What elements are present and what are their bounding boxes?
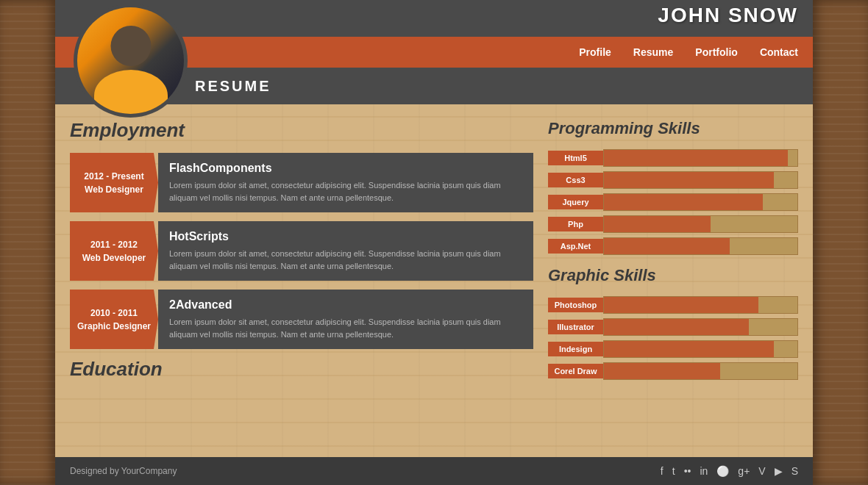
employment-item: 2012 - Present Web Designer FlashCompone… <box>70 153 533 212</box>
skill-label-aspnet: Asp.Net <box>548 239 603 254</box>
skill-bar-css3: Css3 <box>548 171 798 189</box>
googleplus-icon[interactable]: g+ <box>738 465 750 477</box>
emp-date-1: 2012 - Present Web Designer <box>70 153 158 212</box>
emp-desc-1: Lorem ipsum dolor sit amet, consectetur … <box>169 179 522 204</box>
main-content: JOHN SNOW Profile Resume Portfolio Conta… <box>55 0 813 485</box>
skill-bar-bg-css3 <box>603 171 798 189</box>
emp-company-3: 2Advanced <box>169 298 522 312</box>
skill-bar-bg-jquery <box>603 193 798 211</box>
nav-resume[interactable]: Resume <box>633 46 673 58</box>
skill-bar-bg-html5 <box>603 149 798 167</box>
skill-bar-fill-html5 <box>604 150 788 166</box>
skill-label-css3: Css3 <box>548 173 603 187</box>
footer-credit: Designed by YourCompany <box>70 466 177 476</box>
footer: Designed by YourCompany f t •• in ⚪ g+ V… <box>55 457 813 485</box>
skill-label-indesign: Indesign <box>548 342 603 356</box>
graphic-skills-section: Graphic Skills Photoshop Illustrator <box>548 266 798 380</box>
right-column: Programming Skills Html5 Css3 Jquery <box>548 119 798 392</box>
skill-label-jquery: Jquery <box>548 195 603 209</box>
avatar-container <box>70 0 188 118</box>
youtube-icon[interactable]: ▶ <box>775 465 783 477</box>
skill-bar-bg-aspnet <box>603 237 798 255</box>
skill-label-coreldraw: Corel Draw <box>548 364 603 378</box>
skill-label-illustrator: Illustrator <box>548 320 603 334</box>
skill-bar-photoshop: Photoshop <box>548 296 798 314</box>
resume-title: RESUME <box>195 78 271 95</box>
twitter-icon[interactable]: t <box>672 465 675 477</box>
skill-bar-fill-aspnet <box>604 238 730 254</box>
nav-portfolio[interactable]: Portfolio <box>695 46 738 58</box>
emp-content-2: HotScripts Lorem ipsum dolor sit amet, c… <box>158 221 533 281</box>
emp-content-3: 2Advanced Lorem ipsum dolor sit amet, co… <box>158 290 533 349</box>
dribbble-icon[interactable]: ⚪ <box>716 465 729 477</box>
emp-date-2: 2011 - 2012 Web Developer <box>70 221 158 281</box>
skype-icon[interactable]: S <box>791 465 798 477</box>
skill-bar-fill-jquery <box>604 194 763 210</box>
emp-company-2: HotScripts <box>169 230 522 243</box>
skill-label-php: Php <box>548 217 603 231</box>
skill-bar-fill-indesign <box>604 341 774 357</box>
wood-background: JOHN SNOW Profile Resume Portfolio Conta… <box>0 0 868 485</box>
facebook-icon[interactable]: f <box>661 465 664 477</box>
user-name: JOHN SNOW <box>658 4 798 27</box>
skill-bar-aspnet: Asp.Net <box>548 237 798 255</box>
nav-profile[interactable]: Profile <box>579 46 611 58</box>
wood-border-left <box>0 0 55 485</box>
nav-contact[interactable]: Contact <box>760 46 798 58</box>
content-area: Employment 2012 - Present Web Designer F… <box>55 104 813 406</box>
skill-bar-bg-indesign <box>603 340 798 358</box>
emp-content-1: FlashComponents Lorem ipsum dolor sit am… <box>158 153 533 212</box>
skill-bar-fill-coreldraw <box>604 363 720 379</box>
emp-company-1: FlashComponents <box>169 162 522 175</box>
skill-bar-jquery: Jquery <box>548 193 798 211</box>
skill-label-html5: Html5 <box>548 151 603 165</box>
flickr-icon[interactable]: •• <box>684 465 691 477</box>
skill-bar-fill-css3 <box>604 172 774 188</box>
header: JOHN SNOW <box>55 0 813 37</box>
emp-desc-3: Lorem ipsum dolor sit amet, consectetur … <box>169 316 522 340</box>
employment-title: Employment <box>70 119 533 142</box>
linkedin-icon[interactable]: in <box>700 465 708 477</box>
emp-date-3: 2010 - 2011 Graphic Designer <box>70 290 158 349</box>
avatar <box>77 7 184 114</box>
emp-desc-2: Lorem ipsum dolor sit amet, consectetur … <box>169 248 522 272</box>
skill-label-photoshop: Photoshop <box>548 298 603 312</box>
left-column: Employment 2012 - Present Web Designer F… <box>70 119 533 392</box>
footer-icons: f t •• in ⚪ g+ V ▶ S <box>661 465 798 477</box>
skill-bar-coreldraw: Corel Draw <box>548 362 798 380</box>
skill-bar-fill-photoshop <box>604 297 758 313</box>
skill-bar-bg-coreldraw <box>603 362 798 380</box>
wood-border-right <box>813 0 868 485</box>
programming-skills-title: Programming Skills <box>548 119 798 138</box>
vimeo-icon[interactable]: V <box>758 465 765 477</box>
graphic-skills-title: Graphic Skills <box>548 266 798 285</box>
skill-bar-fill-illustrator <box>604 319 749 335</box>
skill-bar-bg-illustrator <box>603 318 798 336</box>
skill-bar-html5: Html5 <box>548 149 798 167</box>
employment-item: 2011 - 2012 Web Developer HotScripts Lor… <box>70 221 533 281</box>
education-title: Education <box>70 358 533 381</box>
employment-item: 2010 - 2011 Graphic Designer 2Advanced L… <box>70 290 533 349</box>
skill-bar-fill-php <box>604 216 711 232</box>
skill-bar-bg-photoshop <box>603 296 798 314</box>
skill-bar-bg-php <box>603 215 798 233</box>
skill-bar-php: Php <box>548 215 798 233</box>
skill-bar-illustrator: Illustrator <box>548 318 798 336</box>
skill-bar-indesign: Indesign <box>548 340 798 358</box>
footer-spacer <box>55 406 813 434</box>
